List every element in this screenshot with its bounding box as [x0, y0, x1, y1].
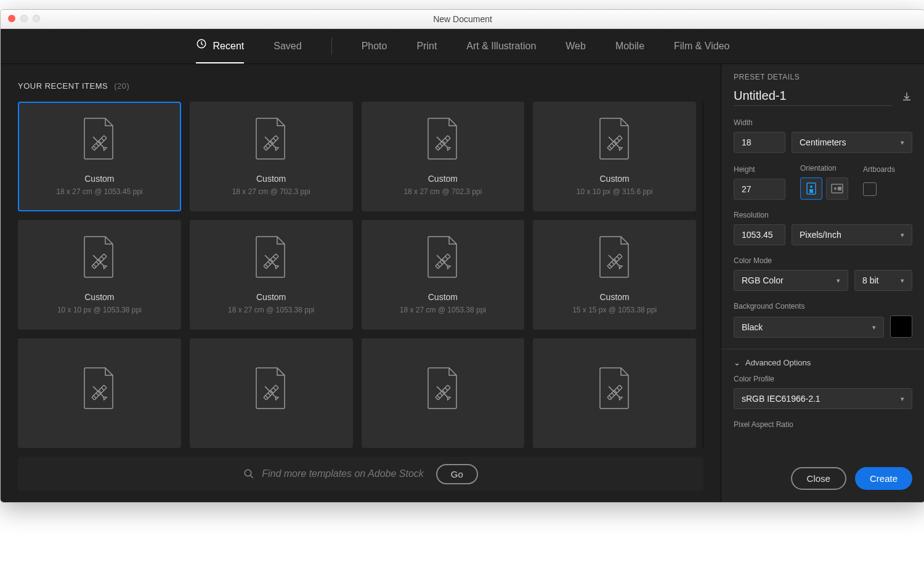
tile-label: Custom: [600, 292, 630, 302]
custom-doc-icon: [254, 117, 288, 163]
tab-label: Print: [416, 29, 437, 63]
custom-doc-icon: [598, 367, 632, 412]
chevron-down-icon: ▾: [901, 139, 904, 147]
tab-saved[interactable]: Saved: [274, 29, 301, 63]
tab-label: Mobile: [615, 29, 644, 63]
resolution-units-value: Pixels/Inch: [800, 230, 841, 240]
preset-tile[interactable]: Custom18 x 27 cm @ 1053.45 ppi: [18, 102, 181, 211]
dialog-footer: Close Create: [721, 455, 924, 502]
tab-label: Film & Video: [674, 29, 729, 63]
preset-tile[interactable]: [533, 338, 696, 448]
orientation-landscape[interactable]: [826, 177, 848, 200]
svg-line-32: [437, 264, 440, 267]
tab-web[interactable]: Web: [565, 29, 586, 63]
go-button[interactable]: Go: [436, 464, 478, 484]
chevron-down-icon: ▾: [837, 277, 840, 285]
background-swatch[interactable]: [890, 315, 912, 338]
colormode-select[interactable]: RGB Color ▾: [734, 270, 848, 291]
svg-line-33: [440, 262, 442, 264]
custom-doc-icon: [82, 117, 116, 163]
custom-doc-icon: [426, 235, 460, 281]
svg-line-18: [612, 144, 614, 146]
search-placeholder: Find more templates on Adobe Stock: [262, 468, 424, 479]
app-body: RecentSavedPhotoPrintArt & IllustrationW…: [1, 29, 924, 502]
preset-tile[interactable]: Custom18 x 27 cm @ 702.3 ppi: [190, 102, 353, 211]
preset-tile[interactable]: Custom18 x 27 cm @ 1053.38 ppi: [190, 220, 353, 330]
svg-line-60: [617, 388, 619, 390]
orientation-portrait[interactable]: [800, 177, 822, 200]
resolution-input[interactable]: 1053.45: [734, 224, 785, 245]
create-button[interactable]: Create: [855, 467, 912, 490]
stock-search[interactable]: Find more templates on Adobe Stock: [243, 468, 424, 479]
resolution-units-select[interactable]: Pixels/Inch ▾: [792, 224, 912, 245]
svg-line-17: [609, 146, 611, 149]
tile-label: Custom: [256, 292, 286, 302]
svg-line-12: [437, 146, 440, 149]
svg-line-48: [268, 393, 270, 396]
window-close-dot[interactable]: [8, 15, 15, 22]
preset-tile[interactable]: Custom15 x 15 px @ 1053.38 ppi: [533, 220, 696, 330]
background-select[interactable]: Black ▾: [734, 317, 884, 338]
svg-line-7: [265, 146, 268, 149]
tab-film[interactable]: Film & Video: [674, 29, 729, 63]
advanced-disclosure[interactable]: ⌄ Advanced Options: [734, 358, 912, 367]
tile-label: Custom: [84, 174, 114, 184]
tile-label: Custom: [84, 292, 114, 302]
pixel-aspect-ratio-label: Pixel Aspect Ratio: [734, 420, 912, 429]
preset-tile[interactable]: [362, 338, 525, 448]
custom-doc-icon: [82, 235, 116, 281]
tab-photo[interactable]: Photo: [362, 29, 387, 63]
svg-line-45: [102, 388, 104, 390]
svg-line-52: [437, 396, 440, 398]
svg-line-62: [250, 475, 253, 478]
chevron-down-icon: ▾: [901, 395, 904, 403]
bitdepth-select[interactable]: 8 bit ▾: [854, 270, 912, 291]
svg-line-22: [94, 264, 96, 267]
tab-art[interactable]: Art & Illustration: [466, 29, 536, 63]
preset-tile[interactable]: Custom18 x 27 cm @ 702.3 ppi: [362, 102, 525, 211]
svg-line-3: [96, 144, 99, 146]
window-max-dot[interactable]: [33, 15, 40, 22]
color-profile-select[interactable]: sRGB IEC61966-2.1 ▾: [734, 388, 912, 409]
svg-point-61: [245, 470, 251, 476]
artboards-checkbox[interactable]: [863, 182, 877, 196]
new-document-window: New Document RecentSavedPhotoPrintArt & …: [0, 9, 924, 503]
tile-meta: 10 x 10 px @ 1053.38 ppi: [57, 306, 142, 314]
svg-line-55: [445, 388, 447, 390]
tile-meta: 18 x 27 cm @ 1053.45 ppi: [56, 187, 142, 196]
traffic-lights: [8, 15, 40, 22]
tile-meta: 18 x 27 cm @ 702.3 ppi: [232, 187, 310, 196]
recent-icon: [196, 29, 207, 63]
width-input[interactable]: 18: [734, 132, 785, 153]
svg-line-13: [440, 144, 442, 146]
preset-tile[interactable]: Custom18 x 27 cm @ 1053.38 ppi: [362, 220, 525, 330]
preset-tile[interactable]: Custom10 x 10 px @ 315.6 ppi: [533, 102, 696, 211]
preset-tile[interactable]: [190, 338, 353, 448]
tab-recent[interactable]: Recent: [196, 29, 245, 63]
import-preset-icon[interactable]: [901, 91, 912, 104]
artboards-label: Artboards: [863, 165, 895, 174]
svg-point-67: [834, 187, 837, 190]
section-count: (20): [114, 81, 129, 91]
svg-line-27: [265, 264, 268, 267]
preset-name-input[interactable]: Untitled-1: [734, 89, 893, 106]
color-profile-value: sRGB IEC61966-2.1: [742, 394, 821, 404]
height-input[interactable]: 27: [734, 179, 785, 200]
window-min-dot[interactable]: [20, 15, 28, 22]
svg-line-38: [612, 262, 614, 264]
tab-mobile[interactable]: Mobile: [615, 29, 644, 63]
units-select[interactable]: Centimeters ▾: [792, 132, 912, 153]
close-button[interactable]: Close: [791, 467, 846, 490]
tab-label: Photo: [362, 29, 387, 63]
recent-panel: YOUR RECENT ITEMS (20) Custom18 x 27 cm …: [1, 64, 721, 502]
preset-tile[interactable]: [18, 338, 181, 448]
svg-line-35: [445, 256, 447, 259]
custom-doc-icon: [426, 367, 460, 412]
preset-grid: Custom18 x 27 cm @ 1053.45 ppiCustom18 x…: [18, 102, 696, 448]
tile-label: Custom: [428, 292, 458, 302]
preset-tile[interactable]: Custom10 x 10 px @ 1053.38 ppi: [18, 220, 181, 330]
svg-line-23: [96, 262, 99, 264]
units-value: Centimeters: [800, 137, 846, 147]
tab-print[interactable]: Print: [416, 29, 437, 63]
svg-line-25: [102, 256, 104, 259]
